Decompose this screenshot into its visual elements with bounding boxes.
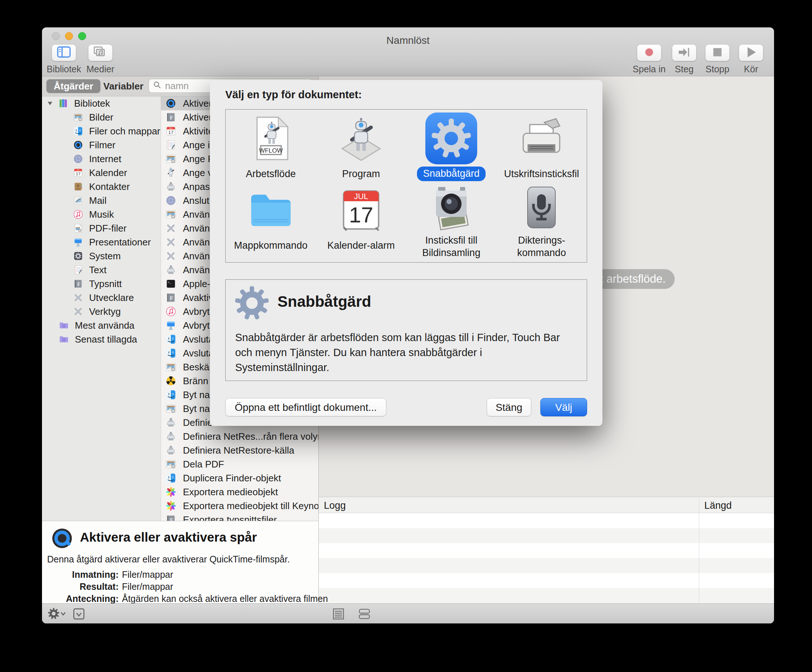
doc-type-arbetsfl-de[interactable]: WFLOW Arbetsflöde — [226, 113, 316, 184]
photo-icon — [165, 459, 179, 470]
action-detail-title: Aktivera eller avaktivera spår — [80, 530, 257, 545]
step-button[interactable] — [672, 44, 696, 61]
run-button[interactable] — [739, 44, 763, 61]
quicktime-icon — [73, 140, 86, 150]
finder-icon — [165, 348, 179, 359]
log-table-header: Logg Längd — [319, 497, 774, 513]
stamp-icon — [165, 264, 179, 275]
choose-button[interactable]: Välj — [540, 398, 587, 416]
doc-type-snabb-tg-rd[interactable]: Snabbåtgärd — [406, 113, 496, 184]
library-toggle-button[interactable] — [52, 44, 76, 61]
library-books-icon — [58, 98, 71, 108]
doc-type-insticksfil-till-bildinsamling[interactable]: Insticksfil till Bildinsamling — [406, 184, 496, 256]
svg-text:17: 17 — [349, 203, 374, 227]
photos-icon — [165, 500, 179, 511]
sidebar-item-kontakter[interactable]: Kontakter — [42, 180, 160, 193]
media-button[interactable] — [89, 44, 113, 61]
fontbook-icon: F — [73, 279, 86, 289]
finder-icon — [165, 389, 179, 400]
tab-actions[interactable]: Åtgärder — [46, 79, 101, 93]
stop-icon — [710, 45, 725, 61]
printer-icon — [515, 113, 567, 164]
close-dialog-button[interactable]: Stäng — [487, 398, 531, 416]
robotapp-icon — [335, 113, 387, 164]
log-table-rows — [319, 513, 774, 604]
log-panel-view-icon[interactable] — [358, 608, 370, 620]
doc-type-kalender-alarm[interactable]: JUL 17 Kalender-alarm — [316, 184, 406, 256]
svg-text:JUL: JUL — [354, 192, 368, 201]
wflow-icon: WFLOW — [245, 113, 297, 164]
action-menu-gear-icon[interactable] — [48, 608, 67, 619]
stamp-icon — [165, 181, 179, 192]
log-column-header[interactable]: Logg — [324, 500, 346, 511]
sidebar-item-bilder[interactable]: Bilder — [42, 110, 160, 124]
action-item-dela-pdf[interactable]: Dela PDF — [161, 457, 318, 471]
sidebar-item-verktyg[interactable]: Verktyg — [42, 304, 160, 318]
panel-toggle-icon[interactable] — [73, 608, 85, 620]
sidebar-item-mail[interactable]: Mail — [42, 193, 160, 207]
sidebar-item-bibliotek[interactable]: Bibliotek — [42, 96, 160, 110]
sidebar-item-senast-tillagda[interactable]: Senast tillagda — [42, 332, 160, 346]
sidebar-item-kalender[interactable]: JUL 17 Kalender — [42, 166, 160, 180]
type-description-title: Snabbåtgärd — [278, 293, 371, 310]
photos-icon — [165, 486, 179, 498]
stop-label: Stopp — [703, 64, 732, 75]
action-item-duplicera-finder-objekt[interactable]: Duplicera Finder-objekt — [161, 471, 318, 485]
sidebar-panel-icon — [56, 45, 71, 61]
calendarbig-icon: JUL 17 — [335, 184, 387, 236]
document-type-dialog: Välj en typ för dokumentet: WFLOW Arbets… — [210, 80, 602, 426]
sidebar-item-internet[interactable]: Internet — [42, 152, 160, 166]
svg-text:F: F — [170, 517, 173, 521]
open-existing-document-button[interactable]: Öppna ett befintligt dokument... — [225, 398, 386, 416]
type-description-box: Snabbåtgärd Snabbåtgärder är arbetsflöde… — [225, 279, 587, 381]
sidebar-item-utvecklare[interactable]: Utvecklare — [42, 291, 160, 304]
pdf-icon — [73, 223, 86, 233]
sidebar-item-typsnitt[interactable]: F Typsnitt — [42, 277, 160, 291]
sidebar-item-presentationer[interactable]: Presentationer — [42, 235, 160, 249]
sidebar-library-list: Bibliotek Bilder Filer och mappar Filmer… — [42, 96, 160, 521]
folder-icon — [245, 184, 297, 236]
fontbook-icon: F — [165, 112, 179, 123]
disclosure-triangle-icon[interactable] — [46, 100, 58, 107]
svg-text:JUL: JUL — [169, 127, 173, 129]
length-column-header[interactable]: Längd — [704, 500, 732, 511]
sidebar-item-filmer[interactable]: Filmer — [42, 138, 160, 152]
sidebar-item-mest-anv-nda[interactable]: Mest använda — [42, 318, 160, 332]
action-item-exportera-typsnittsfiler[interactable]: F Exportera typsnittsfiler — [161, 513, 318, 521]
svg-text:>_: >_ — [167, 281, 172, 284]
doc-type-program[interactable]: Program — [316, 113, 406, 184]
detail-field-inmatning: Inmatning: Filer/mappar — [42, 569, 318, 581]
doc-type-dikterings-kommando[interactable]: Dikterings- kommando — [496, 184, 587, 256]
stop-button[interactable] — [705, 44, 730, 61]
action-item-definiera-netres-r-n-flera-volymer[interactable]: Definiera NetRes...rån flera volymer — [161, 429, 318, 443]
search-value: namn — [165, 80, 189, 92]
svg-text:F: F — [170, 295, 173, 301]
globe-icon — [165, 195, 179, 206]
workflow-hint-text: tt arbetsflöde. — [597, 272, 665, 286]
text-icon — [73, 265, 86, 275]
sidebar-item-musik[interactable]: Musik — [42, 207, 160, 221]
sidebar-item-filer-och-mappar[interactable]: Filer och mappar — [42, 124, 160, 138]
title-bar: Namnlöst Bibliotek Medier Spela in Steg … — [42, 27, 774, 76]
mail-icon — [73, 195, 86, 205]
fontbook-icon: F — [165, 514, 179, 521]
sidebar-item-system[interactable]: System — [42, 249, 160, 263]
finder-icon — [165, 334, 179, 345]
record-label: Spela in — [631, 64, 667, 75]
quicktime-icon — [50, 526, 74, 552]
sidebar-item-text[interactable]: Text — [42, 263, 160, 277]
xtools-icon — [73, 292, 86, 303]
smartfolder-icon — [59, 334, 72, 344]
quickaction-icon — [425, 113, 477, 164]
action-item-definiera-netrestore-k-lla[interactable]: Definiera NetRestore-källa — [161, 443, 318, 457]
tab-variables[interactable]: Variabler — [103, 79, 143, 93]
doc-type-mappkommando[interactable]: Mappkommando — [226, 184, 316, 256]
record-button[interactable] — [637, 44, 661, 61]
burn-icon — [165, 375, 179, 386]
action-item-exportera-medieobjekt-till-keynote[interactable]: Exportera medieobjekt till Keynote — [161, 499, 318, 513]
type-description-text: Snabbåtgärder är arbetsflöden som kan lä… — [235, 330, 578, 375]
sidebar-item-pdf-filer[interactable]: PDF-filer — [42, 221, 160, 235]
doc-type-utskriftsinsticksfil[interactable]: Utskriftsinsticksfil — [496, 113, 587, 184]
action-item-exportera-medieobjekt[interactable]: Exportera medieobjekt — [161, 485, 318, 499]
log-list-view-icon[interactable] — [332, 608, 345, 620]
